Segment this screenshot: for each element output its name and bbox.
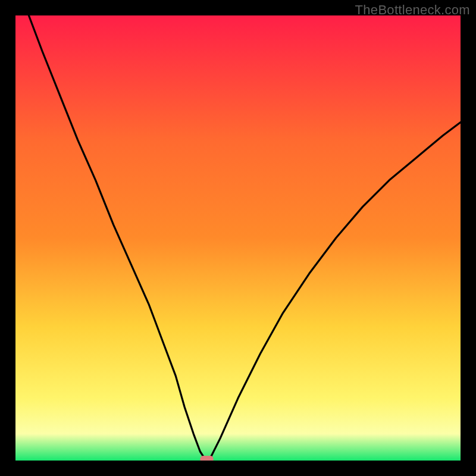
chart-frame: TheBottleneck.com xyxy=(0,0,476,476)
optimum-marker xyxy=(201,456,214,461)
plot-area xyxy=(15,15,461,461)
gradient-background xyxy=(15,15,461,461)
bottleneck-chart xyxy=(15,15,461,461)
